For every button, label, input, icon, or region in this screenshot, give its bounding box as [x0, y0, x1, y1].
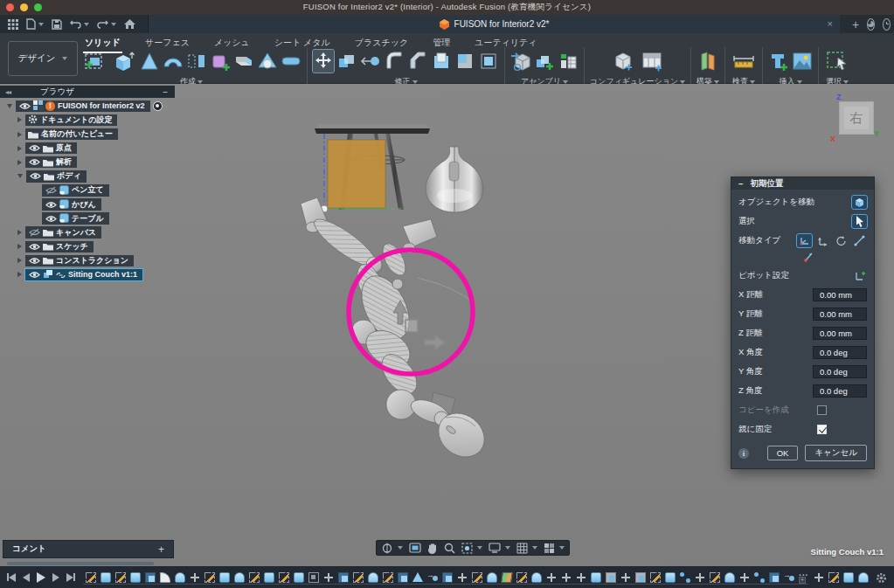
orbit-icon[interactable]	[381, 543, 403, 554]
extrude-feature-icon[interactable]	[591, 572, 601, 583]
file-menu-caret[interactable]	[38, 23, 44, 26]
sync-feature-icon[interactable]	[754, 572, 765, 583]
shell-feature-icon[interactable]	[487, 572, 497, 583]
measure-icon[interactable]	[731, 50, 757, 73]
boxgray-feature-icon[interactable]	[635, 572, 646, 583]
undo-caret[interactable]	[84, 23, 89, 26]
sketch-feature-icon[interactable]	[472, 572, 482, 583]
sketch-feature-icon[interactable]	[516, 572, 527, 583]
move-type-point-to-position-button[interactable]	[801, 250, 816, 263]
eye-off-icon[interactable]	[28, 228, 40, 237]
boxgray-feature-icon[interactable]	[606, 572, 616, 583]
move-feature-icon[interactable]	[695, 572, 705, 583]
tree-row-named-views[interactable]: 名前の付いたビュー	[25, 128, 118, 141]
derive-icon[interactable]	[510, 50, 531, 73]
combine-feature-icon[interactable]	[338, 572, 349, 583]
tree-row-table[interactable]: テーブル	[42, 212, 109, 225]
fillet-icon[interactable]	[384, 50, 405, 73]
shell-feature-icon[interactable]	[234, 572, 245, 583]
shell-feature-icon[interactable]	[368, 572, 378, 583]
sketch-feature-icon[interactable]	[115, 572, 126, 583]
tree-caret[interactable]	[7, 104, 12, 108]
tree-row-bodies[interactable]: ボディ	[26, 170, 87, 183]
new-tab-button[interactable]: +	[852, 18, 859, 31]
combine-feature-icon[interactable]	[769, 572, 780, 583]
appearance-feature-icon[interactable]	[501, 572, 513, 583]
move-feature-icon[interactable]	[561, 572, 572, 583]
sketch-feature-icon[interactable]	[710, 572, 720, 583]
y-distance-input[interactable]: 0.00 mm	[813, 308, 867, 321]
construction-plane-icon[interactable]	[697, 50, 718, 73]
extrude-feature-icon[interactable]	[843, 572, 854, 583]
select-tool-icon[interactable]	[824, 50, 850, 73]
tree-row-document-settings[interactable]: ドキュメントの設定	[25, 114, 117, 127]
pipe-icon[interactable]	[281, 50, 301, 73]
eye-icon[interactable]	[28, 243, 40, 251]
extrude-feature-icon[interactable]	[264, 572, 274, 583]
joint-feature-icon[interactable]	[308, 572, 319, 583]
move-type-free-button[interactable]	[797, 234, 812, 247]
offset-feature-icon[interactable]	[427, 572, 438, 583]
eye-icon[interactable]	[28, 144, 40, 152]
activate-component-radio[interactable]	[153, 101, 163, 111]
go-to-end-button[interactable]	[66, 573, 75, 582]
tree-caret[interactable]	[17, 174, 23, 178]
x-angle-input[interactable]: 0.0 deg	[813, 346, 867, 359]
tree-row-sketches[interactable]: スケッチ	[25, 241, 94, 253]
tree-caret[interactable]	[17, 230, 22, 235]
comments-scrollbar[interactable]	[7, 562, 154, 565]
sketch-feature-icon[interactable]	[86, 572, 96, 583]
move-tool-icon[interactable]	[313, 50, 334, 73]
fit-view-icon[interactable]	[461, 543, 482, 554]
tree-row-canvases[interactable]: キャンバス	[25, 226, 101, 239]
ok-button[interactable]: OK	[767, 446, 799, 460]
pivot-set-button[interactable]	[852, 269, 867, 282]
new-component-icon[interactable]	[534, 50, 555, 73]
move-feature-icon[interactable]	[457, 572, 468, 583]
look-at-icon[interactable]	[409, 543, 421, 553]
insert-text-icon[interactable]	[768, 50, 789, 73]
extrude-feature-icon[interactable]	[219, 572, 230, 583]
move-type-point-to-point-button[interactable]	[852, 234, 867, 247]
home-icon[interactable]	[124, 18, 135, 30]
shell-feature-icon[interactable]	[175, 572, 185, 583]
eye-icon[interactable]	[45, 201, 57, 209]
eye-icon[interactable]	[45, 215, 57, 223]
fix-to-parent-checkbox[interactable]	[817, 425, 827, 434]
add-comment-button[interactable]: +	[158, 543, 173, 556]
sketch-feature-icon[interactable]	[249, 572, 260, 583]
z-angle-input[interactable]: 0.0 deg	[813, 384, 867, 398]
go-to-start-button[interactable]	[7, 573, 16, 582]
sync-feature-icon[interactable]	[680, 572, 690, 583]
comments-panel[interactable]: コメント +	[3, 540, 174, 558]
selection-button[interactable]	[852, 215, 867, 228]
combine-feature-icon[interactable]	[398, 572, 408, 583]
extensions-icon[interactable]	[867, 18, 875, 31]
configuration-table-icon[interactable]	[639, 50, 665, 73]
sweep-icon[interactable]	[163, 50, 184, 73]
shell-feature-icon[interactable]	[858, 572, 869, 583]
tree-row-sitting-couch[interactable]: Sitting Couch v1:1	[25, 269, 142, 281]
sketch-feature-icon[interactable]	[650, 572, 661, 583]
combine-icon[interactable]	[336, 50, 357, 73]
tree-row-pen-stand[interactable]: ペン立て	[42, 184, 109, 197]
tree-caret[interactable]	[17, 244, 22, 249]
dialog-header[interactable]: − 初期位置	[731, 177, 874, 190]
timeline-track[interactable]	[83, 584, 808, 585]
tree-row-construction[interactable]: コンストラクション	[25, 255, 134, 267]
eye-off-icon[interactable]	[45, 186, 57, 195]
offset-feature-icon[interactable]	[784, 572, 794, 583]
shell-feature-icon[interactable]	[531, 572, 542, 583]
tree-caret[interactable]	[17, 117, 22, 122]
move-feature-icon[interactable]	[576, 572, 586, 583]
move-feature-icon[interactable]	[620, 572, 631, 583]
move-feature-icon[interactable]	[739, 572, 750, 583]
combine-feature-icon[interactable]	[145, 572, 156, 583]
cancel-button[interactable]: キャンセル	[805, 445, 867, 461]
eye-icon[interactable]	[28, 158, 40, 166]
close-tab-icon[interactable]: ×	[828, 19, 833, 29]
minimize-panel-icon[interactable]: −	[163, 87, 175, 97]
sketch-feature-icon[interactable]	[279, 572, 289, 583]
document-tab[interactable]: FUISON for Interior2 v2* ×	[148, 15, 840, 33]
step-forward-button[interactable]	[52, 573, 59, 582]
